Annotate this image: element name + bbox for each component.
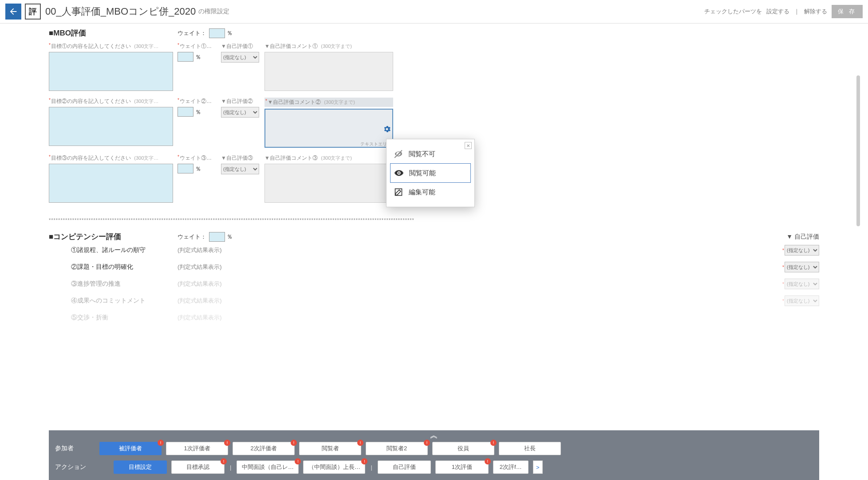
- selfeval1-label: ▼自己評価①: [221, 43, 260, 50]
- comp-section-title: ■コンピテンシー評価: [49, 232, 178, 242]
- comp-result-1: (判定式結果表示): [178, 246, 782, 254]
- selfeval3-label: ▼自己評価③: [221, 154, 260, 162]
- scrollbar[interactable]: [856, 75, 860, 226]
- sep: ｜: [794, 8, 800, 16]
- back-button[interactable]: [5, 4, 21, 20]
- weight2-input[interactable]: [178, 107, 193, 117]
- comp-select-1[interactable]: (指定なし): [785, 245, 819, 256]
- set-link[interactable]: 設定する: [766, 8, 789, 16]
- option-view[interactable]: 閲覧可能: [390, 163, 471, 183]
- comment1-textarea[interactable]: [264, 52, 393, 91]
- comp-result-4: (判定式結果表示): [178, 297, 782, 305]
- weight1-input[interactable]: [178, 52, 193, 62]
- weight3-input[interactable]: [178, 164, 193, 173]
- option-noview[interactable]: 閲覧不可: [390, 145, 471, 163]
- comp-select-3[interactable]: (指定なし): [785, 279, 819, 289]
- comp-result-5: (判定式結果表示): [178, 314, 819, 322]
- page-subtitle: の権限設定: [198, 8, 229, 16]
- comp-select-2[interactable]: (指定なし): [785, 262, 819, 272]
- comment1-label: ▼自己評価コメント①: [264, 43, 318, 49]
- goal2-textarea[interactable]: [49, 107, 173, 146]
- eye-off-icon: [394, 149, 403, 159]
- mbo-row-1: *目標①の内容を記入してください (300文字… *ウェイト①… ％ ▼自己評価…: [49, 43, 819, 92]
- close-icon[interactable]: ✕: [465, 142, 472, 149]
- eye-icon: [394, 168, 404, 178]
- comp-item-5: ⑤交渉・折衝: [49, 314, 178, 322]
- selfeval1-select[interactable]: (指定なし): [221, 52, 259, 63]
- weight3-label: ウェイト③…: [180, 155, 212, 161]
- gear-icon[interactable]: [383, 125, 391, 134]
- mbo-weight-input[interactable]: [209, 28, 225, 38]
- comp-item-2: ②課題・目標の明確化: [49, 263, 178, 271]
- goal1-label: 目標①の内容を記入してください: [51, 43, 131, 49]
- edit-icon: [394, 187, 403, 197]
- option-edit[interactable]: 編集可能: [390, 183, 471, 201]
- weight2-label: ウェイト②…: [180, 98, 212, 104]
- unset-link[interactable]: 解除する: [804, 8, 827, 16]
- content-area: ■MBO評価 ウェイト： ％ *目標①の内容を記入してください (300文字… …: [0, 24, 868, 379]
- goal1-textarea[interactable]: [49, 52, 173, 91]
- comp-selfeval-header: ▼ 自己評価: [786, 233, 819, 241]
- weight1-label: ウェイト①…: [180, 43, 212, 49]
- permission-popup: ✕ 閲覧不可 閲覧可能 編集可能: [386, 139, 475, 207]
- comp-result-3: (判定式結果表示): [178, 280, 782, 288]
- percent-label: ％: [227, 29, 233, 37]
- svg-rect-0: [395, 189, 402, 196]
- selfeval2-label: ▼自己評価②: [221, 98, 260, 105]
- save-button[interactable]: 保 存: [832, 5, 863, 18]
- header-bar: 評 00_人事評価_MBOコンピ併_2020 の権限設定 チェックしたパーツを …: [0, 0, 868, 24]
- comment2-label: ▼自己評価コメント②: [268, 99, 321, 105]
- comp-item-4: ④成果へのコミットメント: [49, 297, 178, 305]
- comp-result-2: (判定式結果表示): [178, 263, 782, 271]
- selfeval2-select[interactable]: (指定なし): [221, 107, 259, 118]
- page-title: 00_人事評価_MBOコンピ併_2020: [45, 5, 196, 18]
- selfeval3-select[interactable]: (指定なし): [221, 164, 259, 174]
- comment3-label: ▼自己評価コメント③: [264, 155, 318, 161]
- comp-weight-input[interactable]: [209, 232, 225, 242]
- comp-item-1: ①諸規程、諸ルールの順守: [49, 246, 178, 254]
- checked-parts-label: チェックしたパーツを: [704, 8, 762, 16]
- mbo-section-title: ■MBO評価: [49, 28, 178, 38]
- comment3-textarea[interactable]: [264, 164, 393, 203]
- goal3-label: 目標③の内容を記入してください: [51, 155, 131, 161]
- mbo-weight-label: ウェイト：: [178, 29, 206, 37]
- goal2-label: 目標②の内容を記入してください: [51, 98, 131, 104]
- eval-icon: 評: [25, 4, 41, 20]
- comp-item-3: ③進捗管理の推進: [49, 280, 178, 288]
- comp-weight-label: ウェイト：: [178, 233, 206, 241]
- goal3-textarea[interactable]: [49, 164, 173, 203]
- comp-select-4[interactable]: (指定なし): [785, 295, 819, 306]
- divider: ****************************************…: [49, 217, 819, 223]
